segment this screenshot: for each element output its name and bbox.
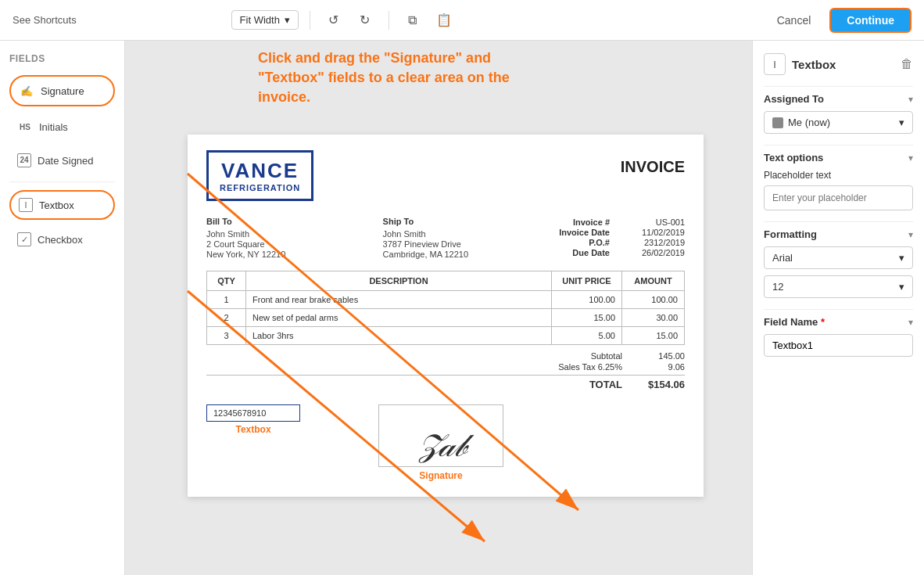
topbar-right: Cancel Continue [766,8,911,33]
sidebar-item-signature[interactable]: ✍ Signature [9,75,115,106]
text-options-chevron-icon: ▾ [908,153,913,164]
text-options-label: Text options [764,152,823,164]
total-label: TOTAL [528,379,622,390]
field-name-header[interactable]: Field Name * ▾ [764,309,913,334]
redo-button[interactable]: ↻ [353,8,378,33]
sidebar-item-label-checkbox: Checkbox [38,234,83,246]
tax-label: Sales Tax 6.25% [528,362,622,372]
date-signed-icon: 24 [17,153,31,167]
shortcuts-link[interactable]: See Shortcuts [13,14,77,26]
formatting-label: Formatting [764,228,817,240]
invoice-meta: Invoice # US-001 Invoice Date 11/02/2019… [559,217,685,260]
table-row: 3 Labor 3hrs 5.00 15.00 [207,327,685,345]
logo-sub: REFRIGERATION [220,183,300,192]
assigned-chevron-icon2: ▾ [899,117,904,128]
subtotal-val: 145.00 [638,351,685,361]
cell-amount: 100.00 [622,291,685,309]
invoice-table: QTY DESCRIPTION UNIT PRICE AMOUNT 1 Fron… [206,271,685,345]
invoice-date-label: Invoice Date [559,228,610,237]
sidebar-item-textbox[interactable]: I Textbox [9,190,115,220]
fit-width-select[interactable]: Fit Width ▾ [231,10,299,30]
instruction-line1: Click and drag the "Signature" and [258,50,491,66]
po-label: P.O.# [589,238,610,247]
main-layout: Fields ✍ Signature HS Initials 24 Date S… [0,41,924,575]
textbox-placed-label: Textbox [235,424,270,435]
delete-button[interactable]: 🗑 [901,57,913,71]
signature-placed-field: 𝒵𝒶𝒷 [378,404,503,467]
instruction-line3: invoice. [258,89,310,105]
cancel-button[interactable]: Cancel [766,9,822,31]
sidebar-item-checkbox[interactable]: ✓ Checkbox [9,226,115,253]
font-size-select[interactable]: 12 ▾ [764,275,913,298]
instruction-line2: "Textbox" fields to a clear area on the [258,70,510,85]
instruction-box: Click and drag the "Signature" and "Text… [258,49,510,108]
invoice-date-val: 11/02/2019 [622,228,685,237]
col-qty: QTY [207,271,246,291]
sidebar-divider [9,181,115,182]
col-unit: UNIT PRICE [552,271,622,291]
right-panel: I Textbox 🗑 Assigned To ▾ Me (now) ▾ Tex… [752,41,924,575]
tax-row: Sales Tax 6.25% 9.06 [206,362,685,372]
sidebar-item-initials[interactable]: HS Initials [9,113,115,141]
topbar: See Shortcuts Fit Width ▾ ↺ ↻ ⧉ 📋 Cancel… [0,0,924,41]
undo-button[interactable]: ↺ [321,8,346,33]
sidebar-item-label-signature: Signature [41,85,84,97]
subtotal-label: Subtotal [528,351,622,361]
assigned-select[interactable]: Me (now) ▾ [764,111,913,134]
cell-unit: 100.00 [552,291,622,309]
continue-button[interactable]: Continue [829,8,911,33]
field-name-input[interactable] [764,334,913,357]
bill-to-label: Bill To [206,217,383,226]
col-desc: DESCRIPTION [246,271,552,291]
checkbox-icon: ✓ [17,232,31,246]
placeholder-label: Placeholder text [764,170,913,181]
text-options-section: Text options ▾ Placeholder text [764,145,913,210]
initials-icon: HS [17,119,33,135]
instruction-text: Click and drag the "Signature" and "Text… [258,49,510,108]
topbar-center: Fit Width ▾ ↺ ↻ ⧉ 📋 [231,8,457,33]
col-amount: AMOUNT [622,271,685,291]
paste-button[interactable]: 📋 [432,8,457,33]
signature-icon: ✍ [19,83,34,99]
textbox-placed-field[interactable]: 12345678910 [206,404,300,422]
cell-desc: Front and rear brake cables [246,291,552,309]
font-size-value: 12 [772,281,783,293]
bill-to-name: John Smith [206,229,383,239]
document-area[interactable]: Click and drag the "Signature" and "Text… [125,41,752,575]
meta-invoice-date: Invoice Date 11/02/2019 [559,228,685,237]
meta-due-date: Due Date 26/02/2019 [559,248,685,257]
formatting-section: Formatting ▾ Arial ▾ 12 ▾ [764,221,913,298]
cell-qty: 2 [207,309,246,327]
sidebar-item-date-signed[interactable]: 24 Date Signed [9,147,115,174]
cell-desc: New set of pedal arms [246,309,552,327]
formatting-chevron-icon: ▾ [908,229,913,240]
fit-width-label: Fit Width [240,14,280,26]
sidebar-title: Fields [9,53,115,64]
avatar [772,117,783,128]
assigned-to-header[interactable]: Assigned To ▾ [764,86,913,111]
copy-button[interactable]: ⧉ [400,8,425,33]
cell-unit: 15.00 [552,309,622,327]
panel-title: Textbox [792,58,894,71]
font-value: Arial [772,252,793,264]
assigned-to-section: Assigned To ▾ Me (now) ▾ [764,86,913,134]
logo-vance: VANCE [220,159,300,183]
sidebar-item-label-date-signed: Date Signed [38,155,94,167]
field-name-chevron-icon: ▾ [908,317,913,328]
placeholder-input[interactable] [764,185,913,210]
due-date-val: 26/02/2019 [622,248,685,257]
sidebar-item-label-textbox: Textbox [39,199,74,211]
text-options-header[interactable]: Text options ▾ [764,145,913,170]
invoice-bottom-fields: 12345678910 Textbox 𝒵𝒶𝒷 Signature [188,397,704,497]
table-row: 1 Front and rear brake cables 100.00 100… [207,291,685,309]
font-select[interactable]: Arial ▾ [764,246,913,269]
sidebar-item-label-initials: Initials [39,121,68,133]
ship-to-name: John Smith [383,229,560,239]
formatting-header[interactable]: Formatting ▾ [764,221,913,246]
textbox-panel-icon: I [764,53,786,75]
po-val: 2312/2019 [622,238,685,247]
invoice-header: VANCE REFRIGERATION INVOICE [188,135,704,209]
cell-amount: 30.00 [622,309,685,327]
ship-to: Ship To John Smith 3787 Pineview Drive C… [383,217,560,260]
ship-to-label: Ship To [383,217,560,226]
